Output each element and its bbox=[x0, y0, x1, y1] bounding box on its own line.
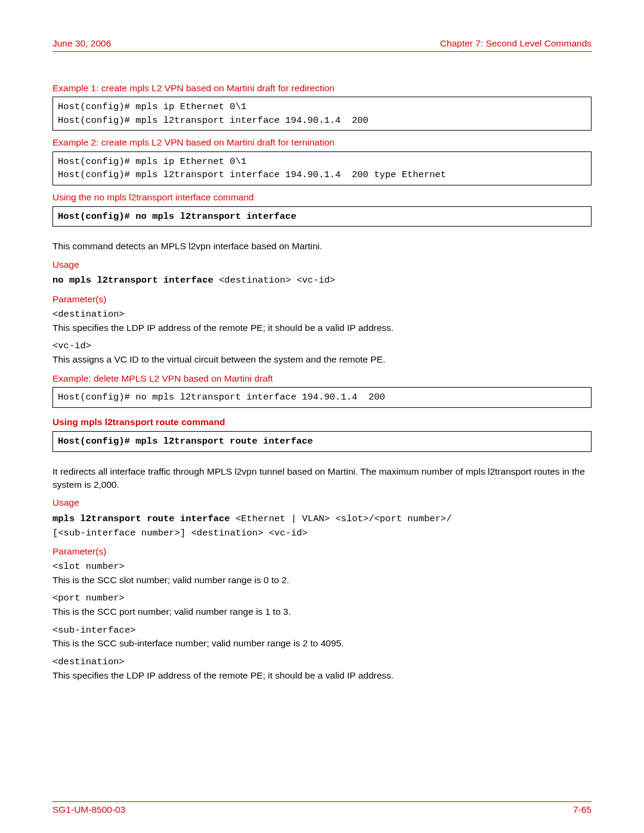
page-header: June 30, 2006 Chapter 7: Second Level Co… bbox=[52, 37, 592, 50]
param-destination-desc: This specifies the LDP IP address of the… bbox=[52, 321, 592, 335]
example2-code: Host(config)# mpls ip Ethernet 0\1 Host(… bbox=[52, 151, 592, 185]
param-port: <port number> This is the SCC port numbe… bbox=[52, 592, 592, 618]
param-slot-desc: This is the SCC slot number; valid numbe… bbox=[52, 574, 592, 587]
usage-2-args-line1: <Ethernet | VLAN> <slot>/<port number>/ bbox=[236, 513, 452, 524]
no-mpls-heading: Using the no mpls l2transport interface … bbox=[52, 191, 592, 204]
route-command-code: Host(config)# mpls l2transport route int… bbox=[52, 431, 592, 451]
example2-heading: Example 2: create mpls L2 VPN based on M… bbox=[52, 136, 592, 149]
param-destination-2-name: <destination> bbox=[52, 656, 592, 669]
param-slot: <slot number> This is the SCC slot numbe… bbox=[52, 561, 592, 586]
usage-1-command: no mpls l2transport interface bbox=[52, 275, 219, 286]
param-subinterface-name: <sub-interface> bbox=[52, 624, 592, 637]
usage-2-command: mpls l2transport route interface bbox=[52, 513, 236, 524]
page-footer: SG1-UM-8500-03 7-65 bbox=[52, 803, 592, 816]
example-delete-code: Host(config)# no mpls l2transport interf… bbox=[52, 387, 592, 407]
no-mpls-code: Host(config)# no mpls l2transport interf… bbox=[52, 206, 592, 227]
example1-heading: Example 1: create mpls L2 VPN based on M… bbox=[52, 82, 592, 95]
footer-docid: SG1-UM-8500-03 bbox=[52, 803, 125, 816]
example-delete-heading: Example: delete MPLS L2 VPN based on Mar… bbox=[52, 372, 592, 385]
footer-pagenum: 7-65 bbox=[573, 803, 592, 816]
footer-rule bbox=[52, 801, 592, 802]
param-port-name: <port number> bbox=[52, 592, 592, 605]
param-destination-name: <destination> bbox=[52, 308, 592, 321]
route-command-title: Using mpls l2transport route command bbox=[52, 416, 592, 429]
param-destination: <destination> This specifies the LDP IP … bbox=[52, 308, 592, 334]
param-vcid-name: <vc-id> bbox=[52, 340, 592, 353]
header-rule bbox=[52, 51, 592, 52]
params-label-1: Parameter(s) bbox=[52, 293, 592, 306]
usage-1: no mpls l2transport interface <destinati… bbox=[52, 273, 592, 287]
param-vcid-desc: This assigns a VC ID to the virtual circ… bbox=[52, 353, 592, 366]
header-date: June 30, 2006 bbox=[52, 37, 111, 50]
param-subinterface: <sub-interface> This is the SCC sub-inte… bbox=[52, 624, 592, 650]
params-label-2: Parameter(s) bbox=[52, 545, 592, 558]
usage-2-args-line2: [<sub-interface number>] <destination> <… bbox=[52, 528, 308, 538]
param-destination-2-desc: This specifies the LDP IP address of the… bbox=[52, 669, 592, 682]
usage-label-2: Usage bbox=[52, 496, 592, 509]
route-command-description: It redirects all interface traffic throu… bbox=[52, 465, 592, 491]
param-port-desc: This is the SCC port number; valid numbe… bbox=[52, 605, 592, 618]
header-chapter: Chapter 7: Second Level Commands bbox=[440, 37, 592, 50]
example1-code: Host(config)# mpls ip Ethernet 0\1 Host(… bbox=[52, 97, 592, 131]
param-destination-2: <destination> This specifies the LDP IP … bbox=[52, 656, 592, 682]
usage-label-1: Usage bbox=[52, 258, 592, 271]
param-subinterface-desc: This is the SCC sub-interface number; va… bbox=[52, 637, 592, 650]
param-vcid: <vc-id> This assigns a VC ID to the virt… bbox=[52, 340, 592, 366]
param-slot-name: <slot number> bbox=[52, 561, 592, 574]
usage-1-args: <destination> <vc-id> bbox=[219, 275, 335, 286]
no-mpls-description: This command detects an MPLS l2vpn inter… bbox=[52, 240, 592, 253]
usage-2: mpls l2transport route interface <Ethern… bbox=[52, 512, 592, 540]
